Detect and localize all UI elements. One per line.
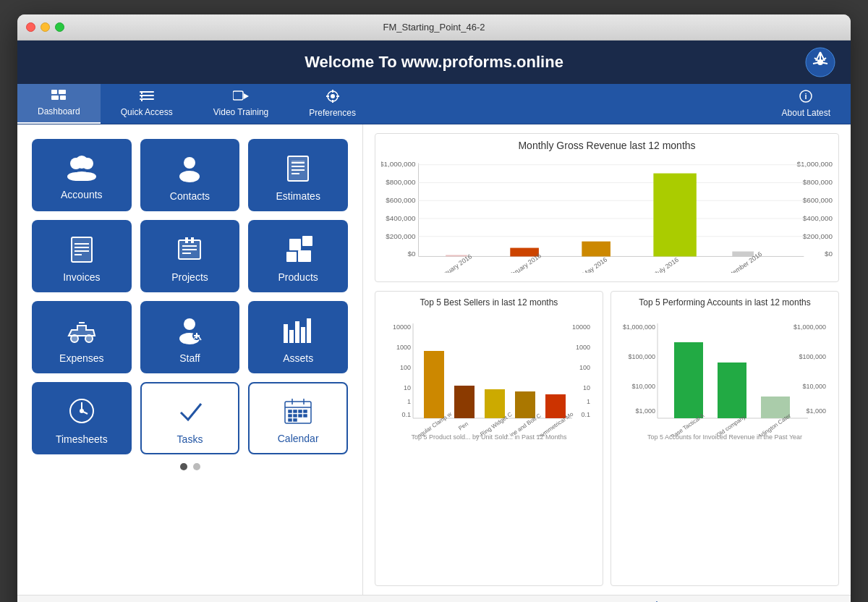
calendar-icon: [284, 397, 312, 428]
tile-calendar[interactable]: Calendar: [248, 382, 348, 454]
svg-rect-25: [326, 96, 329, 97]
tile-estimates[interactable]: Estimates: [248, 139, 348, 211]
nav-item-preferences[interactable]: Preferences: [289, 84, 376, 124]
nav-item-quick-access[interactable]: Quick Access: [101, 84, 193, 124]
svg-rect-83: [304, 410, 307, 412]
svg-rect-54: [289, 239, 301, 250]
svg-rect-12: [60, 96, 66, 100]
svg-point-31: [75, 156, 88, 169]
statusbar: FM Starting Point 4.6.8 • Richard Carlto…: [17, 595, 851, 602]
tile-accounts[interactable]: Accounts: [32, 139, 132, 211]
nav-item-dashboard[interactable]: Dashboard: [17, 84, 101, 124]
minimize-button[interactable]: [41, 22, 50, 32]
svg-rect-135: [485, 389, 505, 418]
svg-rect-136: [515, 391, 535, 418]
tile-calendar-label: Calendar: [278, 433, 319, 444]
svg-rect-70: [301, 327, 305, 343]
close-button[interactable]: [26, 22, 35, 32]
accounts-chart-svg: $1,000,000 $100,000 $10,000 $1,000 $1,00…: [617, 313, 833, 436]
dot-1[interactable]: [180, 463, 187, 470]
svg-rect-81: [294, 410, 297, 412]
svg-text:100: 100: [400, 364, 411, 371]
svg-text:100: 100: [579, 364, 590, 371]
tile-projects[interactable]: Projects: [140, 220, 240, 292]
sellers-bottom-label: Top 5 Product sold... by Unit Sold... in…: [381, 433, 597, 441]
accounts-bottom-label: Top 5 Accounts for Invoiced Revenue in t…: [617, 433, 833, 441]
navbar: Dashboard Quick Access: [17, 84, 851, 124]
tile-timesheets[interactable]: Timesheets: [32, 382, 132, 454]
svg-text:$0: $0: [408, 250, 417, 258]
svg-rect-52: [185, 237, 188, 243]
svg-point-36: [179, 171, 200, 182]
svg-text:10000: 10000: [393, 323, 411, 331]
sellers-chart-title: Top 5 Best Sellers in last 12 months: [381, 297, 597, 308]
dashboard-icon: [51, 90, 66, 105]
tile-staff[interactable]: Staff: [140, 301, 240, 373]
bottom-charts: Top 5 Best Sellers in last 12 months 100…: [375, 291, 839, 586]
svg-text:$10,000: $10,000: [802, 383, 826, 390]
tile-expenses[interactable]: Expenses: [32, 301, 132, 373]
svg-rect-68: [289, 330, 294, 343]
svg-rect-15: [140, 98, 154, 100]
svg-rect-42: [292, 161, 305, 164]
svg-text:$1,000,000: $1,000,000: [793, 323, 826, 331]
svg-text:$200,000: $200,000: [803, 232, 833, 240]
maximize-button[interactable]: [55, 22, 64, 32]
tile-contacts[interactable]: Contacts: [140, 139, 240, 211]
svg-text:$10,000: $10,000: [631, 383, 655, 390]
tile-assets[interactable]: Assets: [248, 301, 348, 373]
svg-text:May 2016: May 2016: [582, 255, 609, 273]
tile-invoices[interactable]: Invoices: [32, 220, 132, 292]
svg-text:$400,000: $400,000: [803, 214, 833, 222]
svg-text:$1,000,000: $1,000,000: [623, 323, 655, 331]
svg-rect-84: [289, 415, 292, 417]
tile-assets-label: Assets: [283, 352, 313, 364]
svg-rect-17: [141, 96, 142, 98]
svg-text:$1,000,000: $1,000,000: [796, 160, 833, 168]
svg-rect-86: [299, 415, 302, 417]
top5-sellers-chart: Top 5 Best Sellers in last 12 months 100…: [375, 291, 603, 586]
svg-rect-137: [545, 394, 566, 418]
svg-rect-18: [141, 100, 142, 101]
quick-access-icon: [140, 90, 154, 106]
nav-item-about[interactable]: i About Latest: [762, 84, 851, 124]
tile-staff-label: Staff: [179, 352, 200, 364]
main-content: Accounts Contacts: [17, 124, 851, 595]
tile-timesheets-label: Timesheets: [56, 433, 108, 445]
monthly-chart: Monthly Gross Revenue last 12 months $1,…: [375, 133, 839, 282]
svg-text:July 2016: July 2016: [653, 256, 680, 273]
svg-rect-87: [304, 415, 307, 417]
nav-label-preferences: Preferences: [309, 108, 356, 118]
svg-rect-88: [289, 419, 292, 421]
header-logo: [804, 46, 836, 78]
tile-expenses-label: Expenses: [59, 352, 103, 364]
svg-rect-16: [141, 93, 142, 94]
svg-rect-69: [295, 321, 299, 343]
svg-rect-9: [51, 90, 57, 94]
svg-text:0.1: 0.1: [401, 411, 411, 418]
svg-text:10000: 10000: [572, 323, 590, 331]
tasks-icon: [175, 397, 204, 429]
tile-estimates-label: Estimates: [276, 190, 320, 202]
tile-products[interactable]: Products: [248, 220, 348, 292]
svg-rect-67: [284, 324, 288, 343]
svg-point-22: [331, 94, 335, 98]
svg-text:10: 10: [404, 384, 411, 391]
svg-text:1: 1: [407, 398, 411, 405]
nav-label-video-training: Video Training: [213, 107, 269, 117]
svg-text:1000: 1000: [396, 344, 411, 351]
monthly-chart-title: Monthly Gross Revenue last 12 months: [381, 140, 833, 151]
nav-label-about: About Latest: [782, 108, 830, 118]
svg-point-58: [71, 335, 78, 342]
svg-rect-10: [59, 90, 66, 94]
dot-2[interactable]: [193, 463, 200, 470]
nav-item-video-training[interactable]: Video Training: [193, 84, 289, 124]
svg-text:1: 1: [587, 398, 590, 405]
svg-text:$0: $0: [825, 250, 833, 258]
top5-accounts-chart: Top 5 Performing Accounts in last 12 mon…: [610, 291, 839, 586]
svg-rect-112: [653, 174, 696, 257]
svg-point-59: [85, 335, 93, 342]
svg-text:10: 10: [583, 384, 590, 391]
svg-point-75: [80, 410, 83, 412]
tile-tasks[interactable]: Tasks: [140, 382, 240, 454]
